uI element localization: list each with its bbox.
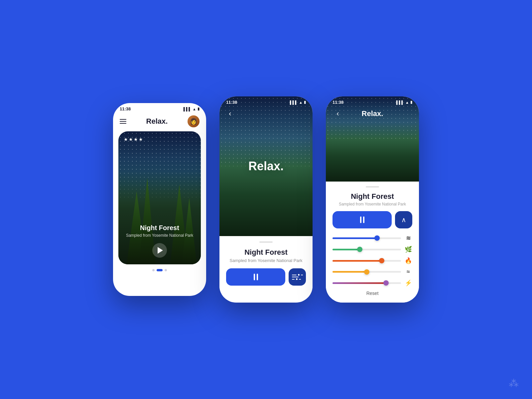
status-bar-3: 11:38 ▌▌▌ ▲ ▮ — [326, 96, 419, 107]
phone-1-header: Relax. 👩 — [113, 113, 206, 131]
battery-icon-3: ▮ — [410, 100, 412, 104]
pause-bar-right-2 — [257, 274, 258, 280]
slider-thumb-water — [374, 235, 380, 241]
wind-icon: ≈ — [404, 268, 412, 275]
player-controls-2 — [226, 268, 306, 286]
eq-icon-2 — [292, 274, 303, 280]
pause-button-2[interactable] — [226, 268, 285, 286]
sheet-handle-2 — [259, 241, 273, 243]
status-time-2: 11:38 — [226, 100, 237, 105]
back-button-3[interactable]: ‹ — [332, 108, 343, 119]
phone-1-card: ★★★★ Night Forest Sampled from Yosemite … — [118, 131, 201, 264]
panel-handle-3 — [366, 186, 379, 188]
slider-thumb-leaf — [357, 247, 362, 252]
phones-container: 11:38 ▌▌▌ ▲ ▮ Relax. 👩 — [113, 96, 419, 303]
slider-track-thunder[interactable] — [332, 282, 401, 284]
up-button-3[interactable]: ∧ — [395, 211, 412, 228]
pause-bar-left-3 — [360, 216, 361, 223]
slider-thumb-wind — [364, 269, 369, 275]
slider-fill-leaf — [332, 249, 360, 250]
slider-fill-wind — [332, 271, 367, 273]
hamburger-icon[interactable] — [120, 119, 126, 124]
play-icon — [158, 247, 163, 254]
chevron-up-icon-3: ∧ — [401, 216, 406, 224]
dot-2-active — [157, 269, 163, 271]
card-title: Night Forest — [118, 224, 201, 232]
status-icons-3: ▌▌▌ ▲ ▮ — [396, 100, 412, 104]
watermark: ⁂ — [509, 377, 519, 389]
eq-button-2[interactable] — [289, 268, 306, 286]
slider-thumb-thunder — [383, 280, 389, 286]
pause-bar-right-3 — [363, 216, 364, 223]
phone-2: 11:38 ▌▌▌ ▲ ▮ ‹ Relax. Night Forest Samp… — [219, 96, 313, 303]
stars-overlay-2 — [219, 96, 313, 166]
bottom-sheet-2: Night Forest Sampled from Yosemite Natio… — [219, 236, 313, 292]
forest-half-3: 11:38 ▌▌▌ ▲ ▮ ‹ Relax. — [326, 96, 419, 182]
status-icons-2: ▌▌▌ ▲ ▮ — [290, 100, 306, 104]
slider-fill-water — [332, 237, 377, 239]
slider-track-wind[interactable] — [332, 271, 401, 273]
panel-controls-3: ∧ — [332, 211, 412, 228]
pause-button-3[interactable] — [332, 211, 392, 228]
slider-track-fire[interactable] — [332, 260, 401, 262]
card-subtitle: Sampled from Yosemite National Park — [118, 233, 201, 238]
leaf-icon: 🌿 — [404, 246, 412, 253]
back-button-2[interactable]: ‹ — [225, 108, 235, 119]
avatar-1[interactable]: 👩 — [188, 115, 200, 127]
dots-indicator — [113, 264, 206, 275]
pause-icon-2 — [254, 274, 258, 280]
play-button[interactable] — [152, 243, 167, 258]
signal-icon-1: ▌▌▌ — [184, 107, 191, 111]
status-bar-1: 11:38 ▌▌▌ ▲ ▮ — [113, 103, 206, 113]
fire-icon: 🔥 — [404, 257, 412, 264]
dot-3 — [165, 269, 167, 271]
slider-track-water[interactable] — [332, 237, 401, 239]
slider-row-water: ≋ — [332, 234, 412, 242]
slider-row-fire: 🔥 — [332, 257, 412, 264]
status-time-3: 11:38 — [332, 100, 343, 105]
slider-fill-thunder — [332, 282, 386, 284]
slider-track-leaf[interactable] — [332, 249, 401, 250]
card-stars: ★★★★ — [124, 137, 144, 142]
app-title-1: Relax. — [146, 117, 168, 126]
phone-1: 11:38 ▌▌▌ ▲ ▮ Relax. 👩 — [113, 103, 206, 296]
slider-row-leaf: 🌿 — [332, 246, 412, 253]
battery-icon-1: ▮ — [198, 107, 200, 111]
panel-subtitle-3: Sampled from Yosemite National Park — [332, 202, 412, 206]
panel-title-3: Night Forest — [332, 192, 412, 201]
status-bar-2: 11:38 ▌▌▌ ▲ ▮ — [219, 96, 313, 107]
card-text: Night Forest Sampled from Yosemite Natio… — [118, 224, 201, 238]
wifi-icon-3: ▲ — [405, 100, 409, 104]
wifi-icon-1: ▲ — [193, 107, 196, 111]
sheet-title-2: Night Forest — [226, 248, 306, 257]
phone-3: 11:38 ▌▌▌ ▲ ▮ ‹ Relax. Night Forest Samp… — [326, 96, 419, 303]
slider-row-thunder: ⚡ — [332, 279, 412, 287]
signal-icon-3: ▌▌▌ — [396, 100, 404, 104]
panel-3: Night Forest Sampled from Yosemite Natio… — [326, 182, 419, 303]
status-icons-1: ▌▌▌ ▲ ▮ — [184, 107, 200, 111]
signal-icon-2: ▌▌▌ — [290, 100, 298, 104]
chevron-left-icon-2: ‹ — [229, 109, 231, 118]
battery-icon-2: ▮ — [304, 100, 306, 104]
reset-button[interactable]: Reset — [332, 291, 412, 296]
sheet-subtitle-2: Sampled from Yosemite National Park — [226, 258, 306, 263]
chevron-left-icon-3: ‹ — [336, 109, 339, 118]
pause-icon-3 — [360, 216, 364, 223]
pause-bar-left-2 — [254, 274, 255, 280]
status-time-1: 11:38 — [120, 106, 131, 111]
water-icon: ≋ — [404, 234, 412, 242]
slider-thumb-fire — [379, 258, 384, 263]
dot-1 — [152, 269, 155, 271]
thunder-icon: ⚡ — [404, 279, 412, 287]
forest-full-2: 11:38 ▌▌▌ ▲ ▮ ‹ Relax. — [219, 96, 313, 236]
slider-fill-fire — [332, 260, 382, 262]
slider-row-wind: ≈ — [332, 268, 412, 275]
wifi-icon-2: ▲ — [299, 100, 303, 104]
